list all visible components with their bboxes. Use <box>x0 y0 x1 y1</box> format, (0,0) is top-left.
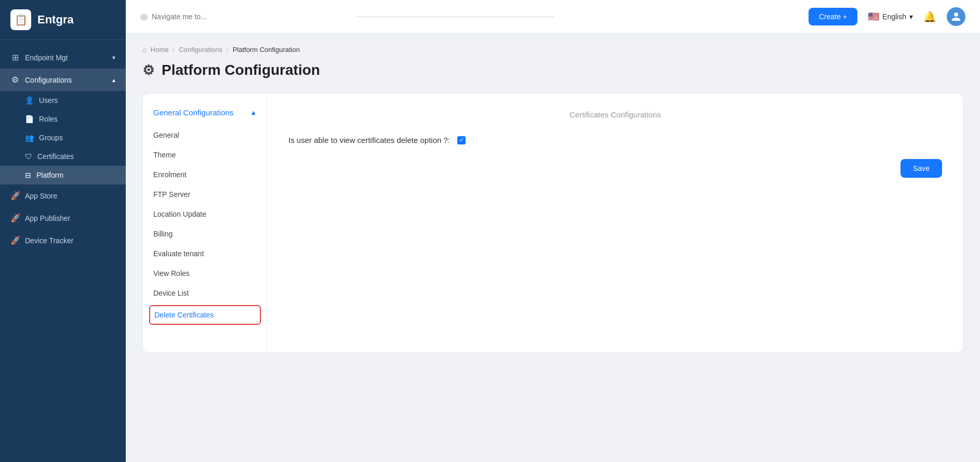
search-wrapper: ◎ <box>140 11 348 21</box>
menu-item-general[interactable]: General <box>143 125 267 145</box>
content-area: ⌂ Home / Configurations / Platform Confi… <box>126 33 980 462</box>
language-label: English <box>882 12 906 21</box>
notification-bell-icon[interactable]: 🔔 <box>923 10 936 23</box>
cert-config-title: Certificates Configurations <box>288 110 942 119</box>
topbar: ◎ Create + 🇺🇸 English ▾ 🔔 <box>126 0 980 33</box>
breadcrumb-sep-2: / <box>227 46 229 54</box>
sidebar-item-label: Device Tracker <box>25 236 73 245</box>
sidebar-item-configurations[interactable]: ⚙ Configurations ▴ <box>0 69 126 91</box>
sidebar-item-label: Roles <box>39 115 58 123</box>
app-store-icon: 🚀 <box>10 191 20 201</box>
sidebar: 📋 Entgra ⊞ Endpoint Mgt ▾ ⚙ Configuratio… <box>0 0 126 462</box>
app-publisher-icon: 🚀 <box>10 213 20 223</box>
chevron-down-icon: ▾ <box>112 54 115 61</box>
sidebar-item-certificates[interactable]: 🛡 Certificates <box>0 147 126 166</box>
device-tracker-icon: 🚀 <box>10 235 20 245</box>
topbar-right: Create + 🇺🇸 English ▾ 🔔 <box>809 7 965 26</box>
breadcrumb-configurations[interactable]: Configurations <box>179 46 222 54</box>
sidebar-item-label: Configurations <box>25 76 72 84</box>
page-title: ⚙ Platform Configuration <box>142 62 963 78</box>
sidebar-item-groups[interactable]: 👥 Groups <box>0 128 126 147</box>
cert-option-row: Is user able to view certificates delete… <box>288 136 942 144</box>
menu-item-theme[interactable]: Theme <box>143 145 267 165</box>
endpoint-mgt-icon: ⊞ <box>10 52 20 62</box>
menu-item-ftp-server[interactable]: FTP Server <box>143 184 267 204</box>
main-area: ◎ Create + 🇺🇸 English ▾ 🔔 ⌂ Home / Confi… <box>126 0 980 462</box>
sidebar-item-label: Groups <box>39 134 63 142</box>
config-main-panel: Certificates Configurations Is user able… <box>268 94 963 352</box>
cert-delete-checkbox[interactable]: ✓ <box>457 136 466 144</box>
menu-item-billing[interactable]: Billing <box>143 224 267 244</box>
breadcrumb-sep-1: / <box>173 46 175 54</box>
sidebar-item-roles[interactable]: 📄 Roles <box>0 110 126 128</box>
brand-name: Entgra <box>37 13 74 27</box>
sidebar-item-label: Certificates <box>37 152 74 161</box>
language-selector[interactable]: 🇺🇸 English ▾ <box>868 11 913 22</box>
breadcrumb-current: Platform Configuration <box>233 46 300 54</box>
groups-icon: 👥 <box>25 134 34 142</box>
config-menu-sidebar: General Configurations ▲ General Theme E… <box>143 94 268 352</box>
breadcrumb-home[interactable]: Home <box>151 46 169 54</box>
sidebar-item-device-tracker[interactable]: 🚀 Device Tracker <box>0 229 126 252</box>
sidebar-item-label: App Store <box>25 192 57 200</box>
menu-item-enrolment[interactable]: Enrolment <box>143 165 267 184</box>
chevron-up-icon: ▴ <box>112 76 115 84</box>
menu-item-device-list[interactable]: Device List <box>143 283 267 303</box>
lang-chevron-icon: ▾ <box>909 12 913 21</box>
menu-item-view-roles[interactable]: View Roles <box>143 263 267 283</box>
sidebar-item-label: Users <box>39 96 58 104</box>
search-input[interactable] <box>152 12 348 21</box>
collapse-icon: ▲ <box>250 109 257 116</box>
create-button[interactable]: Create + <box>809 8 857 25</box>
sidebar-item-label: Platform <box>36 171 63 179</box>
sidebar-navigation: ⊞ Endpoint Mgt ▾ ⚙ Configurations ▴ 👤 Us… <box>0 40 126 462</box>
menu-item-evaluate-tenant[interactable]: Evaluate tenant <box>143 244 267 263</box>
roles-icon: 📄 <box>25 115 34 123</box>
platform-icon: ⊟ <box>25 171 31 179</box>
home-icon: ⌂ <box>142 46 147 54</box>
menu-item-location-update[interactable]: Location Update <box>143 204 267 224</box>
menu-item-delete-certificates[interactable]: Delete Certificates <box>149 305 261 325</box>
cert-option-label: Is user able to view certificates delete… <box>288 136 450 144</box>
platform-config-card: General Configurations ▲ General Theme E… <box>142 93 963 353</box>
user-avatar[interactable] <box>947 7 965 26</box>
shield-icon: 🛡 <box>25 152 32 161</box>
sidebar-item-users[interactable]: 👤 Users <box>0 91 126 110</box>
logo-icon: 📋 <box>10 9 31 30</box>
sidebar-logo: 📋 Entgra <box>0 0 126 40</box>
sidebar-item-endpoint-mgt[interactable]: ⊞ Endpoint Mgt ▾ <box>0 46 126 69</box>
save-button[interactable]: Save <box>900 159 942 178</box>
page-title-icon: ⚙ <box>142 62 154 78</box>
general-configurations-header[interactable]: General Configurations ▲ <box>143 104 267 125</box>
sidebar-item-app-publisher[interactable]: 🚀 App Publisher <box>0 207 126 229</box>
page-title-text: Platform Configuration <box>162 62 320 78</box>
sidebar-item-label: App Publisher <box>25 214 70 222</box>
user-icon: 👤 <box>25 96 34 104</box>
sidebar-item-app-store[interactable]: 🚀 App Store <box>0 184 126 207</box>
breadcrumb: ⌂ Home / Configurations / Platform Confi… <box>142 46 963 54</box>
sidebar-item-label: Endpoint Mgt <box>25 54 68 62</box>
section-label: General Configurations <box>153 108 233 117</box>
flag-icon: 🇺🇸 <box>868 11 879 22</box>
search-icon: ◎ <box>140 11 148 21</box>
sidebar-item-platform[interactable]: ⊟ Platform <box>0 166 126 184</box>
configurations-icon: ⚙ <box>10 75 20 85</box>
